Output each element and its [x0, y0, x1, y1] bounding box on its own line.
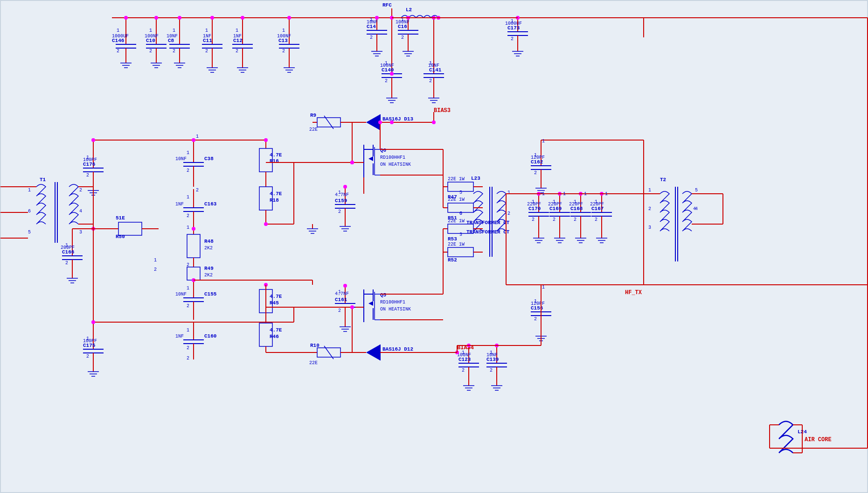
svg-point-458	[241, 16, 244, 20]
svg-text:BAS16J D13: BAS16J D13	[382, 116, 413, 122]
svg-text:2: 2	[532, 217, 535, 222]
svg-text:R49: R49	[204, 266, 214, 271]
svg-text:RD100HHF1: RD100HHF1	[380, 155, 405, 160]
svg-text:2: 2	[149, 49, 152, 54]
svg-text:1: 1	[534, 153, 537, 158]
svg-text:2: 2	[187, 213, 189, 218]
svg-text:4.7E: 4.7E	[270, 294, 282, 299]
svg-text:1: 1	[532, 199, 535, 204]
svg-text:1: 1	[542, 191, 545, 197]
svg-text:2: 2	[462, 368, 465, 373]
svg-text:1000UF: 1000UF	[112, 34, 129, 39]
svg-text:2: 2	[187, 168, 189, 173]
svg-text:1NF: 1NF	[233, 34, 242, 39]
svg-text:4: 4	[693, 206, 696, 211]
svg-text:10NF: 10NF	[175, 156, 187, 162]
svg-text:Q5: Q5	[380, 292, 387, 298]
svg-text:1: 1	[542, 285, 545, 290]
svg-text:100NF: 100NF	[277, 34, 291, 39]
svg-text:4.7E: 4.7E	[270, 152, 282, 158]
svg-text:1: 1	[86, 336, 89, 341]
svg-text:1: 1	[534, 299, 537, 304]
svg-text:1: 1	[595, 199, 597, 204]
svg-text:1: 1	[563, 191, 566, 197]
svg-text:2: 2	[205, 49, 208, 54]
svg-text:1: 1	[429, 61, 432, 66]
svg-text:3: 3	[648, 225, 651, 230]
svg-text:TRANSFORMER CT: TRANSFORMER CT	[466, 220, 510, 225]
svg-text:2: 2	[553, 217, 556, 222]
svg-text:1NF: 1NF	[175, 202, 184, 207]
svg-text:1: 1	[173, 28, 175, 33]
svg-text:C160: C160	[204, 333, 216, 339]
svg-text:1: 1	[370, 17, 373, 22]
svg-text:R16: R16	[270, 158, 279, 164]
svg-text:1: 1	[553, 199, 556, 204]
svg-text:1: 1	[462, 350, 465, 355]
svg-point-473	[390, 72, 394, 76]
svg-point-465	[192, 138, 195, 142]
schematic-canvas: RFC L2 C146 1000UF 1 2 C10 100NF 1 2	[0, 0, 868, 493]
svg-text:120PF: 120PF	[531, 155, 545, 160]
svg-text:2: 2	[65, 261, 68, 266]
svg-text:2: 2	[574, 217, 576, 222]
svg-text:2: 2	[79, 188, 82, 193]
svg-text:1: 1	[605, 191, 608, 197]
svg-text:2: 2	[595, 217, 597, 222]
svg-text:2: 2	[187, 356, 189, 361]
svg-point-467	[91, 138, 95, 142]
svg-text:1: 1	[584, 191, 587, 197]
svg-text:ON HEATSINK: ON HEATSINK	[380, 162, 411, 167]
svg-text:2: 2	[534, 170, 537, 176]
svg-point-460	[375, 16, 379, 20]
svg-text:2: 2	[338, 308, 341, 313]
svg-text:5: 5	[695, 188, 698, 193]
svg-point-475	[390, 120, 394, 124]
svg-point-548	[350, 161, 354, 164]
svg-text:R48: R48	[204, 239, 214, 244]
svg-text:AIR CORE: AIR CORE	[805, 437, 832, 443]
svg-text:100NF: 100NF	[145, 34, 159, 39]
svg-text:1: 1	[187, 328, 189, 333]
svg-text:2: 2	[507, 211, 510, 216]
svg-text:2: 2	[282, 49, 285, 54]
svg-text:1: 1	[338, 190, 341, 195]
svg-text:RD100HHF1: RD100HHF1	[380, 300, 405, 305]
svg-text:1: 1	[187, 225, 189, 230]
svg-text:1: 1	[28, 188, 31, 193]
svg-text:2: 2	[385, 78, 388, 84]
svg-text:4.7E: 4.7E	[270, 191, 282, 197]
svg-text:R52: R52	[448, 257, 457, 263]
svg-point-474	[432, 120, 436, 124]
svg-text:2: 2	[196, 188, 199, 193]
svg-text:R45: R45	[270, 300, 279, 306]
svg-text:22E: 22E	[309, 360, 318, 366]
svg-text:1: 1	[511, 19, 514, 24]
svg-text:1: 1	[149, 28, 152, 33]
svg-text:C163: C163	[204, 201, 217, 207]
svg-text:2: 2	[429, 78, 432, 84]
svg-text:1NF: 1NF	[175, 334, 184, 339]
svg-text:RFC: RFC	[382, 2, 392, 8]
svg-point-469	[192, 227, 195, 231]
svg-text:1: 1	[187, 150, 189, 155]
svg-point-459	[287, 16, 291, 20]
svg-text:100PF: 100PF	[83, 338, 97, 344]
svg-text:4.7NF: 4.7NF	[335, 291, 349, 296]
svg-text:5: 5	[28, 230, 31, 235]
svg-text:R50: R50	[116, 234, 125, 239]
svg-point-466	[264, 138, 268, 142]
svg-text:1: 1	[282, 28, 285, 33]
svg-text:22E 1W: 22E 1W	[448, 176, 465, 182]
svg-text:1: 1	[574, 199, 576, 204]
svg-text:1: 1	[117, 28, 119, 33]
svg-text:1: 1	[196, 134, 199, 139]
svg-text:6: 6	[28, 209, 31, 214]
svg-text:1: 1	[542, 139, 545, 144]
svg-text:C159: C159	[335, 198, 347, 204]
svg-text:1: 1	[385, 61, 388, 66]
svg-text:5: 5	[459, 190, 462, 195]
svg-text:2: 2	[401, 35, 404, 40]
svg-text:BAS16J D12: BAS16J D12	[382, 346, 413, 352]
svg-text:3: 3	[459, 232, 462, 237]
